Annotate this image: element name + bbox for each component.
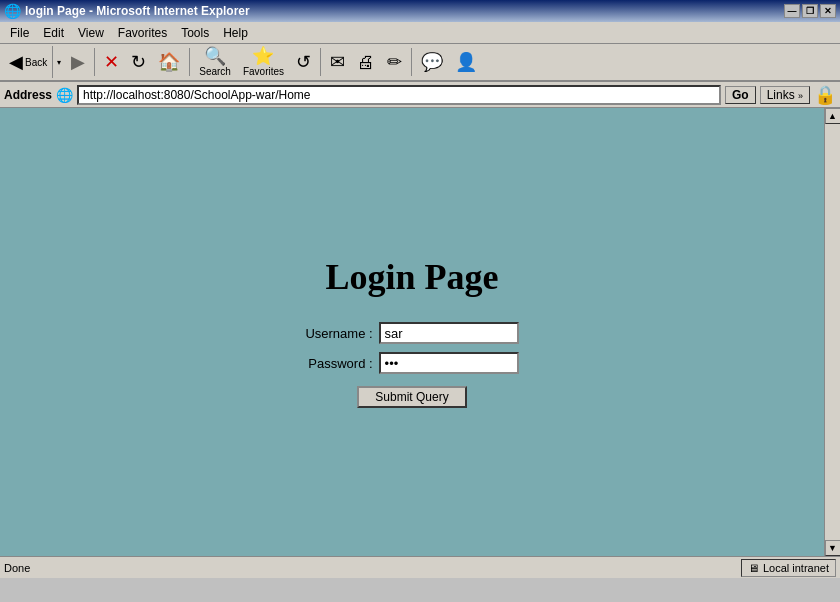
- scroll-track: [825, 124, 840, 540]
- mail-icon: ✉: [330, 53, 345, 71]
- favorites-icon: ⭐: [252, 47, 274, 65]
- separator-2: [189, 48, 190, 76]
- forward-button[interactable]: ▶: [66, 46, 90, 78]
- messenger-button[interactable]: 👤: [450, 46, 482, 78]
- username-label: Username :: [305, 326, 372, 341]
- home-icon: 🏠: [158, 53, 180, 71]
- content-wrapper: Login Page Username : Password : Submit …: [0, 108, 840, 556]
- search-label: Search: [199, 66, 231, 77]
- password-label: Password :: [308, 356, 372, 371]
- menu-edit[interactable]: Edit: [37, 24, 70, 42]
- back-label: Back: [25, 57, 47, 68]
- page-title: Login Page: [305, 256, 518, 298]
- minimize-button[interactable]: —: [784, 4, 800, 18]
- toolbar: ◀ Back ▾ ▶ ✕ ↻ 🏠 🔍 Search ⭐ Favorites ↺ …: [0, 44, 840, 82]
- back-arrow[interactable]: ▾: [52, 46, 64, 78]
- messenger-icon: 👤: [455, 53, 477, 71]
- discuss-button[interactable]: 💬: [416, 46, 448, 78]
- favorites-label: Favorites: [243, 66, 284, 77]
- stop-button[interactable]: ✕: [99, 46, 124, 78]
- menu-file[interactable]: File: [4, 24, 35, 42]
- search-button[interactable]: 🔍 Search: [194, 46, 236, 78]
- scroll-up-button[interactable]: ▲: [825, 108, 841, 124]
- scroll-down-button[interactable]: ▼: [825, 540, 841, 556]
- zone-panel: 🖥 Local intranet: [741, 559, 836, 577]
- mail-button[interactable]: ✉: [325, 46, 350, 78]
- username-input[interactable]: [379, 322, 519, 344]
- edit-button[interactable]: ✏: [382, 46, 407, 78]
- submit-row: Submit Query: [305, 382, 518, 408]
- refresh-button[interactable]: ↻: [126, 46, 151, 78]
- links-arrow-icon: »: [798, 91, 803, 101]
- address-bar: Address 🌐 Go Links » 🔒: [0, 82, 840, 108]
- status-bar: Done 🖥 Local intranet: [0, 556, 840, 578]
- back-button[interactable]: ◀ Back: [4, 46, 50, 78]
- history-button[interactable]: ↺: [291, 46, 316, 78]
- history-icon: ↺: [296, 53, 311, 71]
- status-panels: 🖥 Local intranet: [741, 559, 836, 577]
- separator-3: [320, 48, 321, 76]
- security-icon[interactable]: 🔒: [814, 84, 836, 106]
- links-label: Links: [767, 88, 795, 102]
- edit-icon: ✏: [387, 53, 402, 71]
- menu-tools[interactable]: Tools: [175, 24, 215, 42]
- address-input[interactable]: [77, 85, 721, 105]
- status-text: Done: [4, 562, 737, 574]
- zone-label: Local intranet: [763, 562, 829, 574]
- separator-1: [94, 48, 95, 76]
- title-bar-text: login Page - Microsoft Internet Explorer: [25, 4, 250, 18]
- home-button[interactable]: 🏠: [153, 46, 185, 78]
- stop-icon: ✕: [104, 53, 119, 71]
- vertical-scrollbar[interactable]: ▲ ▼: [824, 108, 840, 556]
- username-row: Username :: [305, 322, 518, 344]
- zone-icon: 🖥: [748, 562, 759, 574]
- address-label: Address: [4, 88, 52, 102]
- go-button[interactable]: Go: [725, 86, 756, 104]
- favorites-button[interactable]: ⭐ Favorites: [238, 46, 289, 78]
- submit-button[interactable]: Submit Query: [357, 386, 466, 408]
- password-input[interactable]: [379, 352, 519, 374]
- title-bar-buttons: — ❐ ✕: [784, 4, 836, 18]
- restore-button[interactable]: ❐: [802, 4, 818, 18]
- menu-bar: File Edit View Favorites Tools Help: [0, 22, 840, 44]
- close-button[interactable]: ✕: [820, 4, 836, 18]
- search-icon: 🔍: [204, 47, 226, 65]
- title-bar-icon: 🌐: [4, 3, 21, 19]
- login-box: Login Page Username : Password : Submit …: [305, 256, 518, 408]
- print-icon: 🖨: [357, 53, 375, 71]
- menu-help[interactable]: Help: [217, 24, 254, 42]
- address-page-icon: 🌐: [56, 87, 73, 103]
- links-button[interactable]: Links »: [760, 86, 810, 104]
- discuss-icon: 💬: [421, 53, 443, 71]
- menu-favorites[interactable]: Favorites: [112, 24, 173, 42]
- page-content: Login Page Username : Password : Submit …: [0, 108, 824, 556]
- menu-view[interactable]: View: [72, 24, 110, 42]
- title-bar: 🌐 login Page - Microsoft Internet Explor…: [0, 0, 840, 22]
- separator-4: [411, 48, 412, 76]
- refresh-icon: ↻: [131, 53, 146, 71]
- password-row: Password :: [305, 352, 518, 374]
- print-button[interactable]: 🖨: [352, 46, 380, 78]
